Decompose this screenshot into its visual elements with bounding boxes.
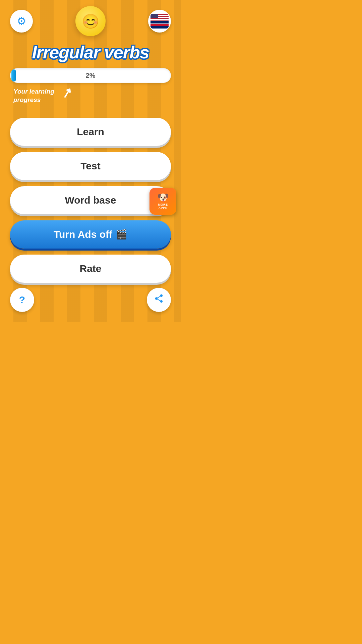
language-button[interactable] [148, 10, 171, 33]
progress-bar-container: 2% [10, 68, 171, 83]
more-apps-button[interactable]: 🐶 MOREAPPS [149, 188, 176, 215]
word-base-button[interactable]: Word base [10, 186, 171, 214]
dog-icon: 🐶 [157, 193, 169, 202]
more-apps-label: MOREAPPS [158, 203, 168, 210]
smiley-icon: 😊 [82, 13, 99, 30]
learn-button[interactable]: Learn [10, 118, 171, 146]
app-title: Irregular verbs [32, 43, 149, 62]
turn-ads-off-button[interactable]: Turn Ads off 🎬 [10, 220, 171, 249]
flag-icon [150, 14, 169, 29]
clapperboard-icon: 🎬 [116, 229, 127, 240]
test-button[interactable]: Test [10, 152, 171, 180]
settings-button[interactable]: ⚙ [10, 10, 33, 33]
rate-button[interactable]: Rate [10, 255, 171, 283]
arrow-icon: ↗ [59, 85, 73, 103]
progress-label: 2% [10, 72, 171, 79]
main-buttons: Learn Test Word base Turn Ads off 🎬 Rate [10, 118, 171, 283]
header: ⚙ 😊 [10, 0, 171, 40]
gear-icon: ⚙ [17, 15, 26, 28]
mascot-emoji: 😊 [75, 6, 106, 36]
learning-progress-note: Your learning progress ↗ [10, 88, 54, 104]
